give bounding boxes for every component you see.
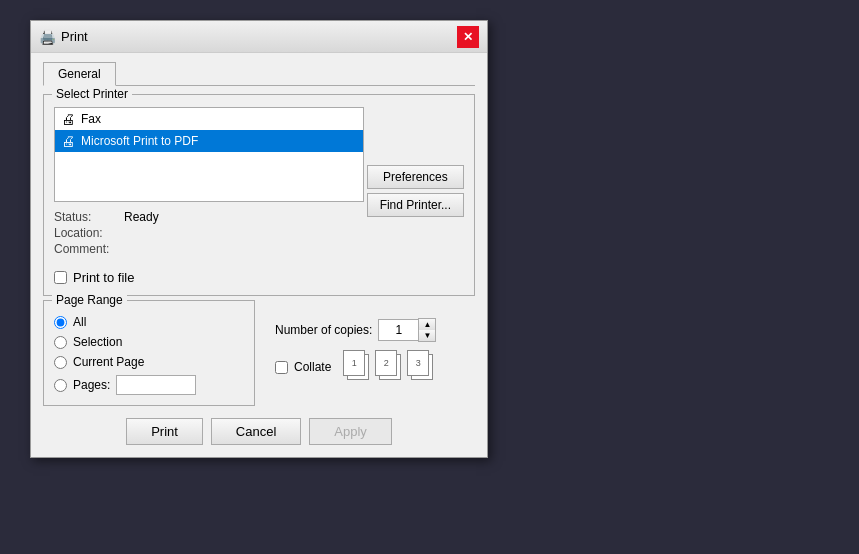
status-value: Ready <box>124 210 364 224</box>
page-front-icon3: 3 <box>407 350 429 376</box>
spin-up-button[interactable]: ▲ <box>419 319 435 330</box>
print-to-file-checkbox[interactable] <box>54 271 67 284</box>
location-value <box>124 226 364 240</box>
radio-all-label: All <box>73 315 86 329</box>
printer-item-pdf[interactable]: 🖨 Microsoft Print to PDF <box>55 130 363 152</box>
radio-current-page-label: Current Page <box>73 355 144 369</box>
spin-buttons: ▲ ▼ <box>418 318 436 342</box>
collate-checkbox[interactable] <box>275 361 288 374</box>
dialog-titlebar: 🖨️ Print ✕ <box>31 21 487 53</box>
collate-icon: 1 2 3 <box>343 350 435 384</box>
bottom-buttons: Print Cancel Apply <box>43 418 475 445</box>
printer-action-buttons: Preferences Find Printer... <box>367 165 464 217</box>
copies-section: Number of copies: 1 ▲ ▼ Collate <box>265 300 475 406</box>
printer-list[interactable]: 🖨 Fax 🖨 Microsoft Print to PDF <box>54 107 364 202</box>
select-printer-legend: Select Printer <box>52 87 132 101</box>
printer-icon: 🖨️ <box>39 29 55 45</box>
status-grid: Status: Ready Location: Comment: <box>54 210 364 256</box>
dialog-title: Print <box>61 29 457 44</box>
location-label: Location: <box>54 226 124 240</box>
radio-selection: Selection <box>54 335 244 349</box>
lower-section: Page Range All Selection Current Page <box>43 300 475 406</box>
fax-icon: 🖨 <box>61 111 75 127</box>
copies-spinner: 1 ▲ ▼ <box>378 318 436 342</box>
spin-down-button[interactable]: ▼ <box>419 330 435 341</box>
close-button[interactable]: ✕ <box>457 26 479 48</box>
status-label: Status: <box>54 210 124 224</box>
radio-current-page-input[interactable] <box>54 356 67 369</box>
collate-row: Collate 1 2 <box>275 350 465 384</box>
copies-label: Number of copies: <box>275 323 372 337</box>
printer-item-label: Fax <box>81 112 101 126</box>
select-printer-section: Select Printer 🖨 Fax 🖨 Microsoft Print t… <box>43 94 475 296</box>
find-printer-button[interactable]: Find Printer... <box>367 193 464 217</box>
tab-general[interactable]: General <box>43 62 116 86</box>
page-front-icon: 1 <box>343 350 365 376</box>
pages-row: Pages: <box>54 375 244 395</box>
page-front-icon2: 2 <box>375 350 397 376</box>
printer-item-fax[interactable]: 🖨 Fax <box>55 108 363 130</box>
copies-input[interactable]: 1 <box>378 319 418 341</box>
printer-item-pdf-label: Microsoft Print to PDF <box>81 134 198 148</box>
radio-group: All Selection Current Page Pages: <box>54 315 244 395</box>
print-to-file-label: Print to file <box>73 270 134 285</box>
print-dialog: 🖨️ Print ✕ General Select Printer 🖨 Fax <box>30 20 488 458</box>
page-range-section: Page Range All Selection Current Page <box>43 300 255 406</box>
comment-label: Comment: <box>54 242 124 256</box>
preferences-button[interactable]: Preferences <box>367 165 464 189</box>
radio-pages-input[interactable] <box>54 379 67 392</box>
radio-all: All <box>54 315 244 329</box>
page-range-legend: Page Range <box>52 293 127 307</box>
print-to-file-row: Print to file <box>54 270 364 285</box>
radio-selection-input[interactable] <box>54 336 67 349</box>
pages-input[interactable] <box>116 375 196 395</box>
tab-bar: General <box>43 61 475 86</box>
radio-current-page: Current Page <box>54 355 244 369</box>
copies-row: Number of copies: 1 ▲ ▼ <box>275 318 465 342</box>
comment-value <box>124 242 364 256</box>
print-button[interactable]: Print <box>126 418 203 445</box>
radio-selection-label: Selection <box>73 335 122 349</box>
radio-all-input[interactable] <box>54 316 67 329</box>
cancel-button[interactable]: Cancel <box>211 418 301 445</box>
collate-label: Collate <box>294 360 331 374</box>
pdf-printer-icon: 🖨 <box>61 133 75 149</box>
apply-button[interactable]: Apply <box>309 418 392 445</box>
pages-label: Pages: <box>73 378 110 392</box>
dialog-body: General Select Printer 🖨 Fax 🖨 Microsoft… <box>31 53 487 457</box>
